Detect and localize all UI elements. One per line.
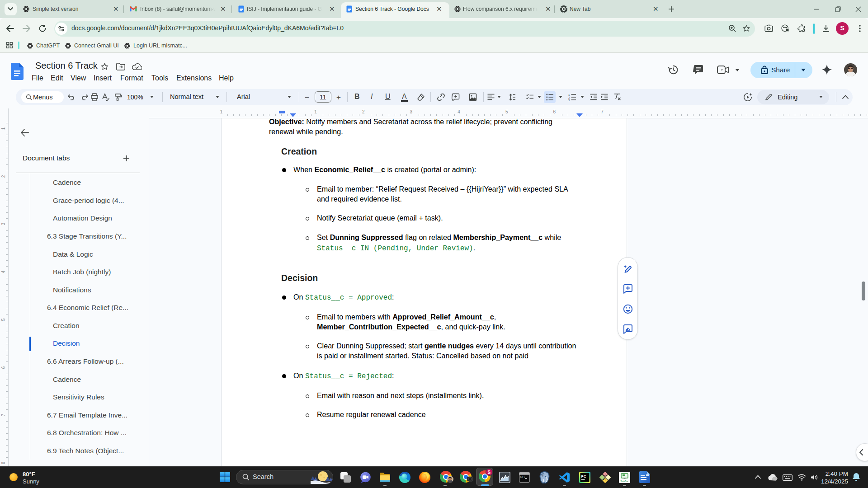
svg-text:TaskPro: TaskPro bbox=[621, 480, 628, 482]
svg-text:C:\: C:\ bbox=[520, 475, 525, 479]
svg-text:3: 3 bbox=[568, 99, 570, 102]
svg-text:PC: PC bbox=[581, 474, 586, 479]
